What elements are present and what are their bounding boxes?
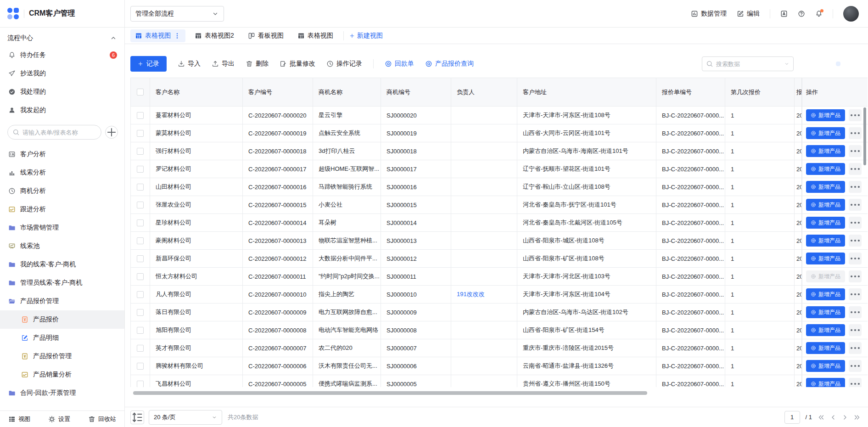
row-more-button[interactable] (849, 109, 862, 121)
row-height-button[interactable] (130, 410, 144, 424)
new-record-button[interactable]: 记录 (130, 56, 167, 72)
row-checkbox[interactable] (137, 363, 144, 370)
row-checkbox[interactable] (137, 273, 144, 280)
owner-link[interactable]: 191改改改 (451, 286, 517, 303)
add-product-button[interactable]: 新增产品 (806, 270, 845, 282)
sidebar-item[interactable]: 产品报价管理 (0, 347, 124, 365)
row-checkbox[interactable] (137, 327, 144, 334)
add-product-button[interactable]: 新增产品 (806, 253, 845, 264)
row-more-button[interactable] (849, 360, 862, 372)
add-product-button[interactable]: 新增产品 (806, 324, 845, 336)
add-product-button[interactable]: 新增产品 (806, 360, 845, 372)
horizontal-scrollbar[interactable] (133, 391, 647, 395)
sidebar-item[interactable]: 抄送我的 (0, 64, 124, 83)
view-tab[interactable]: 表格视图 (293, 29, 338, 42)
sidebar-item[interactable]: 商机分析 (0, 182, 124, 200)
add-product-button[interactable]: 新增产品 (806, 145, 845, 157)
row-more-button[interactable] (849, 324, 862, 336)
row-checkbox[interactable] (137, 130, 144, 137)
sidebar-item[interactable]: 产品明细 (0, 329, 124, 347)
toolbar-clock-button[interactable]: 操作记录 (326, 60, 362, 68)
sidebar-item[interactable]: 客户分析 (0, 145, 124, 163)
footer-trash[interactable]: 回收站 (88, 415, 116, 423)
data-manage-button[interactable]: 数据管理 (691, 10, 727, 18)
footer-views[interactable]: 视图 (8, 415, 30, 423)
language-icon[interactable] (780, 10, 788, 17)
row-checkbox[interactable] (137, 166, 144, 173)
view-tab[interactable]: 表格视图2 (190, 29, 239, 42)
view-tab[interactable]: 看板视图 (243, 29, 288, 42)
add-product-button[interactable]: 新增产品 (806, 109, 845, 121)
next-page-button[interactable] (841, 414, 849, 421)
toolbar-edit-doc-button[interactable]: 批量修改 (280, 60, 315, 68)
add-form-button[interactable] (105, 126, 118, 139)
row-checkbox[interactable] (137, 345, 144, 352)
row-checkbox[interactable] (137, 309, 144, 316)
section-process-center[interactable]: 流程中心 (0, 30, 124, 46)
sidebar-item[interactable]: 产品报价 (0, 310, 124, 329)
toolbar-link-button[interactable]: 回款单 (385, 60, 414, 68)
row-checkbox[interactable] (137, 381, 144, 388)
row-checkbox[interactable] (137, 202, 144, 208)
row-more-button[interactable] (849, 145, 862, 157)
sidebar-item[interactable]: 市场营销管理 (0, 219, 124, 237)
sidebar-item[interactable]: 我处理的 (0, 83, 124, 101)
first-page-button[interactable] (818, 414, 825, 421)
new-view-button[interactable]: 新建视图 (349, 32, 383, 40)
row-more-button[interactable] (849, 253, 862, 264)
row-more-button[interactable] (849, 199, 862, 211)
row-more-button[interactable] (849, 181, 862, 193)
chevron-up-icon[interactable] (110, 34, 117, 42)
table-search[interactable] (702, 56, 794, 71)
table-search-input[interactable] (716, 61, 781, 67)
last-page-button[interactable] (853, 414, 861, 421)
row-more-button[interactable] (849, 217, 862, 229)
row-more-button[interactable] (849, 235, 862, 247)
sidebar-search[interactable] (7, 125, 101, 140)
sidebar-item[interactable]: 线索池 (0, 237, 124, 255)
select-all-checkbox[interactable] (137, 89, 144, 96)
add-product-button[interactable]: 新增产品 (806, 163, 845, 175)
row-more-button[interactable] (849, 342, 862, 354)
sidebar-item[interactable]: 我的线索-客户-商机 (0, 255, 124, 274)
add-product-button[interactable]: 新增产品 (806, 181, 845, 193)
add-product-button[interactable]: 新增产品 (806, 235, 845, 247)
view-tab[interactable]: 表格视图 (130, 29, 185, 42)
add-product-button[interactable]: 新增产品 (806, 306, 845, 318)
row-more-button[interactable] (849, 288, 862, 300)
sidebar-item[interactable]: 合同-回款-开票管理 (0, 384, 124, 402)
row-more-button[interactable] (849, 127, 862, 139)
user-avatar[interactable] (843, 6, 859, 22)
row-more-button[interactable] (849, 378, 862, 387)
edit-button[interactable]: 编辑 (737, 10, 760, 18)
sidebar-item[interactable]: 线索分析 (0, 163, 124, 182)
toolbar-download-button[interactable]: 导入 (178, 60, 201, 68)
add-product-button[interactable]: 新增产品 (806, 378, 845, 387)
row-checkbox[interactable] (137, 148, 144, 155)
add-product-button[interactable]: 新增产品 (806, 342, 845, 354)
refresh-icon[interactable] (847, 62, 851, 66)
flow-select[interactable]: 管理全部流程 (130, 6, 224, 22)
sort-icon[interactable] (825, 62, 829, 66)
sidebar-item[interactable]: 待办任务6 (0, 46, 124, 64)
row-checkbox[interactable] (137, 184, 144, 191)
toolbar-trash-button[interactable]: 删除 (246, 60, 269, 68)
add-product-button[interactable]: 新增产品 (806, 217, 845, 229)
chevron-down-icon[interactable] (784, 61, 790, 67)
toolbar-link-button[interactable]: 产品报价查询 (425, 60, 474, 68)
sidebar-item[interactable]: 产品报价管理 (0, 292, 124, 310)
vertical-scrollbar[interactable] (863, 107, 866, 165)
sidebar-item[interactable]: 我发起的 (0, 101, 124, 119)
row-checkbox[interactable] (137, 255, 144, 262)
page-input[interactable]: 1 (784, 411, 800, 424)
sidebar-item[interactable]: 跟进分析 (0, 200, 124, 219)
sidebar-item[interactable]: 产品销量分析 (0, 365, 124, 384)
row-more-button[interactable] (849, 270, 862, 282)
prev-page-button[interactable] (829, 414, 837, 421)
footer-gear[interactable]: 设置 (48, 415, 70, 423)
display-settings-icon[interactable] (814, 62, 818, 66)
add-product-button[interactable]: 新增产品 (806, 127, 845, 139)
row-checkbox[interactable] (137, 291, 144, 298)
page-size-select[interactable]: 20 条/页 (149, 410, 222, 425)
fullscreen-icon[interactable] (858, 62, 862, 66)
